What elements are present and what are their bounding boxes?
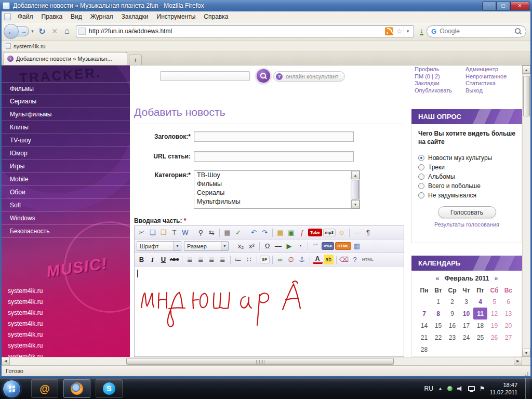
calendar-day[interactable]: 6	[501, 296, 515, 308]
poll-option[interactable]: Не задумывался	[418, 191, 515, 200]
calendar-day[interactable]: 17	[459, 320, 473, 331]
start-button[interactable]	[3, 380, 21, 398]
table-icon[interactable]: ▦	[352, 241, 362, 251]
tab-active[interactable]: ♪ Добавление новости » Музыкальн...	[4, 52, 127, 65]
calendar-day[interactable]: 24	[459, 331, 473, 343]
radio-icon[interactable]	[418, 164, 424, 170]
pagebreak-icon[interactable]: ¶	[363, 228, 373, 237]
align-left-icon[interactable]: ≣	[185, 255, 195, 264]
copy-icon[interactable]: ❏	[148, 228, 157, 237]
site-bottom-link[interactable]: system4ik.ru	[2, 286, 130, 297]
scroll-thumb[interactable]	[352, 180, 359, 200]
calendar-next-button[interactable]: »	[495, 275, 498, 282]
text-color-icon[interactable]: A	[313, 255, 323, 264]
unlink-icon[interactable]: ∅	[286, 255, 296, 264]
back-button[interactable]: ←	[4, 24, 19, 39]
sidebar-item[interactable]: Mobile	[2, 173, 130, 186]
calendar-day[interactable]: 15	[431, 320, 445, 331]
flash-icon[interactable]: ƒ	[297, 228, 307, 237]
calendar-day[interactable]: 20	[501, 320, 515, 331]
taskbar-skype-app[interactable]: S	[96, 379, 123, 398]
mp3-icon[interactable]: mp3	[323, 229, 336, 236]
dash-icon[interactable]: —	[273, 241, 283, 251]
stop-button[interactable]: ✕	[49, 25, 60, 37]
bold-icon[interactable]: B	[137, 255, 147, 264]
sidebar-item[interactable]: Мультфильмы	[2, 108, 130, 121]
site-bottom-link[interactable]: system4ik.ru	[2, 340, 130, 351]
calendar-day[interactable]: 14	[417, 320, 431, 331]
user-link[interactable]: Непрочитанное	[466, 73, 507, 81]
scroll-up-icon[interactable]: ▲	[351, 171, 360, 179]
calendar-day[interactable]: 12	[487, 308, 501, 320]
radio-icon[interactable]	[418, 155, 424, 161]
folder-icon[interactable]: ▤	[275, 228, 285, 237]
calendar-day[interactable]: 27	[501, 331, 515, 343]
html-badge-icon[interactable]: HTML	[335, 242, 351, 250]
refresh-button[interactable]: ↻	[36, 25, 48, 37]
select-all-icon[interactable]: ▦	[222, 228, 232, 237]
calendar-day[interactable]: 4	[473, 296, 487, 308]
eraser-icon[interactable]: ⌫	[339, 255, 349, 264]
menu-item[interactable]: Вид	[67, 12, 86, 21]
align-right-icon[interactable]: ≣	[207, 255, 217, 264]
redo-icon[interactable]: ↷	[260, 228, 270, 237]
nbsp-icon[interactable]: SP	[260, 256, 270, 263]
user-link[interactable]: Профиль	[415, 66, 452, 73]
calendar-day[interactable]: 11	[473, 308, 487, 320]
image-icon[interactable]: ▣	[286, 228, 296, 237]
clock-icon[interactable]: ◔	[295, 241, 305, 251]
taskbar-mail-app[interactable]: @	[31, 379, 58, 398]
site-bottom-link[interactable]: system4ik.ru	[2, 351, 130, 357]
bullet-list-icon[interactable]: ∷	[244, 255, 254, 264]
italic-icon[interactable]: I	[148, 255, 157, 264]
sidebar-item[interactable]: Юмор	[2, 147, 130, 160]
sidebar-item[interactable]: TV-шоу	[2, 134, 130, 147]
vote-button[interactable]: Голосовать	[438, 206, 496, 218]
tray-status-icon[interactable]	[447, 386, 453, 391]
news-title-input[interactable]	[194, 131, 354, 142]
bookmark-star-icon[interactable]: ☆	[396, 27, 403, 35]
site-bottom-link[interactable]: system4ik.ru	[2, 308, 130, 318]
paste-icon[interactable]: ❒	[158, 228, 168, 237]
sidebar-item[interactable]: Soft	[2, 199, 130, 212]
source-icon[interactable]: HTML	[361, 255, 375, 264]
calendar-prev-button[interactable]: «	[435, 275, 439, 282]
calendar-day[interactable]: 22	[431, 331, 445, 343]
taskbar-clock[interactable]: 18:47 11.02.2011	[490, 381, 517, 396]
radio-icon[interactable]	[418, 192, 424, 198]
download-icon[interactable]: ↓	[420, 27, 423, 35]
spellcheck-icon[interactable]: ✓	[233, 228, 243, 237]
url-bar[interactable]: http://2fun.in.ua/addnews.html ☆ ▾	[76, 25, 414, 37]
scroll-up-icon[interactable]: ▲	[522, 65, 530, 74]
youtube-icon[interactable]: Tube	[308, 229, 322, 236]
find-icon[interactable]: ⚲	[196, 228, 206, 237]
code-icon[interactable]: <%>	[322, 242, 334, 250]
network-icon[interactable]	[468, 386, 475, 391]
web-search-input[interactable]	[440, 28, 514, 35]
user-link[interactable]: ПМ (0 | 2)	[415, 73, 452, 81]
hidden-icons-arrow-icon[interactable]: ▲	[438, 386, 443, 391]
site-bottom-link[interactable]: system4ik.ru	[2, 329, 130, 340]
link-icon[interactable]: ∞	[275, 255, 285, 264]
replace-icon[interactable]: ⇆	[207, 228, 217, 237]
poll-option[interactable]: Всего и побольше	[418, 181, 515, 191]
sidebar-item[interactable]: Клипы	[2, 121, 130, 134]
history-dropdown-icon[interactable]: ▾	[29, 29, 36, 34]
maximize-button[interactable]: ▢	[496, 2, 510, 10]
media-icon[interactable]: ▶	[284, 241, 294, 251]
calendar-day[interactable]: 5	[487, 296, 501, 308]
sidebar-item[interactable]: Обои	[2, 186, 130, 199]
category-option[interactable]: Сериалы	[194, 189, 360, 197]
cut-icon[interactable]: ✂	[137, 228, 147, 237]
search-bar[interactable]: G	[427, 25, 526, 37]
user-link[interactable]: Выход	[466, 87, 507, 95]
online-consultant-button[interactable]: ? онлайн консультант	[273, 71, 345, 82]
scroll-down-icon[interactable]: ▼	[351, 200, 360, 208]
calendar-day[interactable]: 8	[431, 308, 445, 320]
site-search-input[interactable]	[160, 71, 250, 81]
radio-icon[interactable]	[418, 174, 424, 180]
calendar-day[interactable]: 25	[473, 331, 487, 343]
menu-item[interactable]: Журнал	[87, 12, 117, 21]
size-combo[interactable]: Размер▾	[184, 241, 229, 251]
calendar-day[interactable]: 26	[487, 331, 501, 343]
